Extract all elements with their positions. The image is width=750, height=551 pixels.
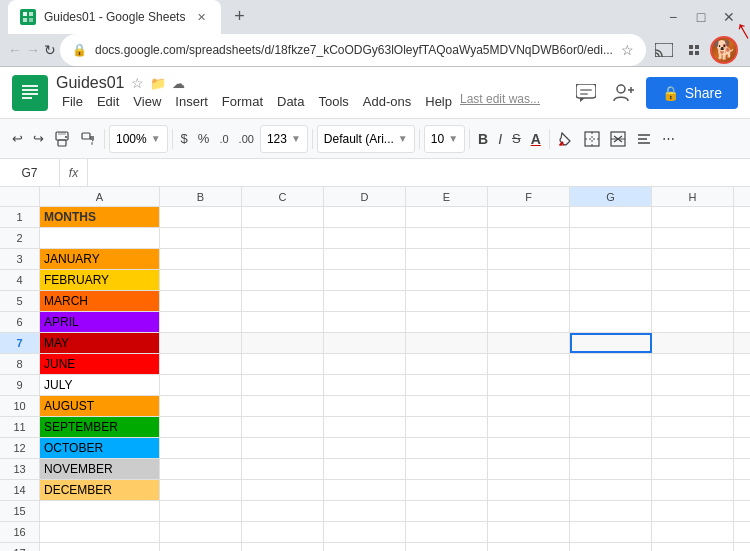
cell-d6[interactable] <box>324 312 406 332</box>
cell-reference[interactable]: G7 <box>0 159 60 187</box>
cell-d10[interactable] <box>324 396 406 416</box>
cell-c17[interactable] <box>242 543 324 551</box>
cell-a4[interactable]: FEBRUARY <box>40 270 160 290</box>
cell-f12[interactable] <box>488 438 570 458</box>
cell-b9[interactable] <box>160 375 242 395</box>
col-header-c[interactable]: C <box>242 187 324 206</box>
cell-c16[interactable] <box>242 522 324 542</box>
cell-f17[interactable] <box>488 543 570 551</box>
col-header-a[interactable]: A <box>40 187 160 206</box>
cell-g1[interactable] <box>570 207 652 227</box>
print-btn[interactable] <box>50 125 74 153</box>
forward-btn[interactable]: → <box>26 36 40 64</box>
row-num-11[interactable]: 11 <box>0 417 40 437</box>
row-num-13[interactable]: 13 <box>0 459 40 479</box>
row-num-2[interactable]: 2 <box>0 228 40 248</box>
row-num-17[interactable]: 17 <box>0 543 40 551</box>
last-edit-link[interactable]: Last edit was... <box>460 92 540 111</box>
cell-e10[interactable] <box>406 396 488 416</box>
cell-e1[interactable] <box>406 207 488 227</box>
close-browser-btn[interactable]: ✕ <box>716 4 742 30</box>
row-num-14[interactable]: 14 <box>0 480 40 500</box>
cell-a13[interactable]: NOVEMBER <box>40 459 160 479</box>
redo-btn[interactable]: ↪ <box>29 125 48 153</box>
refresh-btn[interactable]: ↻ <box>44 36 56 64</box>
menu-file[interactable]: File <box>56 92 89 111</box>
cell-h8[interactable] <box>652 354 734 374</box>
cell-c15[interactable] <box>242 501 324 521</box>
cell-b14[interactable] <box>160 480 242 500</box>
col-header-e[interactable]: E <box>406 187 488 206</box>
cell-a12[interactable]: OCTOBER <box>40 438 160 458</box>
cell-b15[interactable] <box>160 501 242 521</box>
cell-c11[interactable] <box>242 417 324 437</box>
row-num-12[interactable]: 12 <box>0 438 40 458</box>
minimize-btn[interactable]: − <box>660 4 686 30</box>
cell-g16[interactable] <box>570 522 652 542</box>
cell-d13[interactable] <box>324 459 406 479</box>
cell-d3[interactable] <box>324 249 406 269</box>
cell-a15[interactable] <box>40 501 160 521</box>
cell-h4[interactable] <box>652 270 734 290</box>
cast-btn[interactable] <box>650 36 678 64</box>
row-num-8[interactable]: 8 <box>0 354 40 374</box>
maximize-btn[interactable]: □ <box>688 4 714 30</box>
cell-b16[interactable] <box>160 522 242 542</box>
cell-b4[interactable] <box>160 270 242 290</box>
cell-h9[interactable] <box>652 375 734 395</box>
row-num-3[interactable]: 3 <box>0 249 40 269</box>
cell-c1[interactable] <box>242 207 324 227</box>
doc-folder-icon[interactable]: 📁 <box>150 76 166 91</box>
more-toolbar-btn[interactable]: ⋯ <box>658 125 679 153</box>
cell-d14[interactable] <box>324 480 406 500</box>
cell-d17[interactable] <box>324 543 406 551</box>
borders-btn[interactable] <box>580 125 604 153</box>
cell-h13[interactable] <box>652 459 734 479</box>
chat-icon-btn[interactable] <box>570 77 602 109</box>
cell-e8[interactable] <box>406 354 488 374</box>
cell-c8[interactable] <box>242 354 324 374</box>
cell-g17[interactable] <box>570 543 652 551</box>
cell-f6[interactable] <box>488 312 570 332</box>
bookmark-star-icon[interactable]: ☆ <box>621 42 634 58</box>
menu-addons[interactable]: Add-ons <box>357 92 417 111</box>
cell-a2[interactable] <box>40 228 160 248</box>
cell-b2[interactable] <box>160 228 242 248</box>
cell-f3[interactable] <box>488 249 570 269</box>
cell-a16[interactable] <box>40 522 160 542</box>
active-tab[interactable]: Guides01 - Google Sheets ✕ <box>8 0 221 34</box>
text-align-btn[interactable] <box>632 125 656 153</box>
cell-h10[interactable] <box>652 396 734 416</box>
cell-c5[interactable] <box>242 291 324 311</box>
cell-b6[interactable] <box>160 312 242 332</box>
cell-e9[interactable] <box>406 375 488 395</box>
cell-h2[interactable] <box>652 228 734 248</box>
col-header-f[interactable]: F <box>488 187 570 206</box>
cell-h16[interactable] <box>652 522 734 542</box>
merge-cells-btn[interactable] <box>606 125 630 153</box>
cell-c9[interactable] <box>242 375 324 395</box>
decimal-dec-btn[interactable]: .0 <box>215 125 232 153</box>
cell-e7[interactable] <box>406 333 488 353</box>
cell-b8[interactable] <box>160 354 242 374</box>
cell-g14[interactable] <box>570 480 652 500</box>
cell-a14[interactable]: DECEMBER <box>40 480 160 500</box>
cell-b1[interactable] <box>160 207 242 227</box>
row-num-10[interactable]: 10 <box>0 396 40 416</box>
cell-h14[interactable] <box>652 480 734 500</box>
cell-d7[interactable] <box>324 333 406 353</box>
cell-h15[interactable] <box>652 501 734 521</box>
col-header-b[interactable]: B <box>160 187 242 206</box>
cell-b10[interactable] <box>160 396 242 416</box>
cell-d5[interactable] <box>324 291 406 311</box>
cell-d11[interactable] <box>324 417 406 437</box>
cell-g5[interactable] <box>570 291 652 311</box>
row-num-4[interactable]: 4 <box>0 270 40 290</box>
cell-f1[interactable] <box>488 207 570 227</box>
url-bar[interactable]: 🔒 docs.google.com/spreadsheets/d/18fkze7… <box>60 34 646 66</box>
row-num-16[interactable]: 16 <box>0 522 40 542</box>
cell-a10[interactable]: AUGUST <box>40 396 160 416</box>
cell-c14[interactable] <box>242 480 324 500</box>
cell-d15[interactable] <box>324 501 406 521</box>
cell-h12[interactable] <box>652 438 734 458</box>
